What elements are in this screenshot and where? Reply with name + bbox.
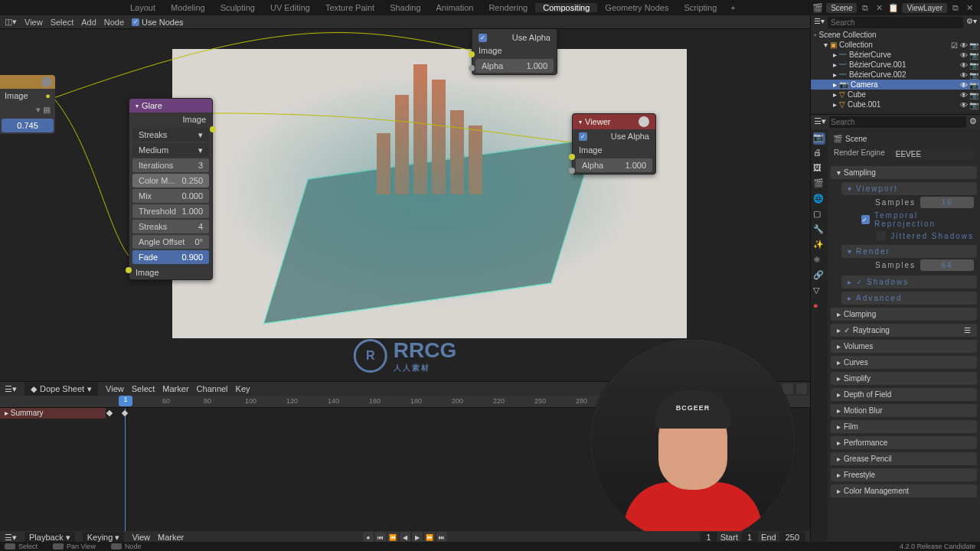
viewlayer-del-icon[interactable]: ✕ <box>964 3 975 13</box>
props-search[interactable] <box>829 116 966 128</box>
render-engine[interactable]: EEVEE <box>890 148 974 160</box>
outliner-item-camera[interactable]: ▸📷Camera👁📷 <box>811 80 980 90</box>
editor-icon[interactable]: ☰▾ <box>814 17 825 28</box>
current-frame[interactable]: 1 <box>701 532 717 543</box>
tab-object-icon[interactable]: ▢ <box>813 209 825 221</box>
outliner-item[interactable]: ▸〰BézierCurve.002👁📷 <box>811 70 980 80</box>
next-key-icon[interactable]: ⏩ <box>424 532 435 543</box>
viewport-samples[interactable]: 16 <box>920 197 974 208</box>
tab-scene-icon[interactable]: 🎬 <box>813 178 825 191</box>
outliner[interactable]: ☰▾⚙▾ ▫Scene Collection ▾▣Collection☑👁📷 ▸… <box>811 15 980 115</box>
panel-film[interactable]: ▸Film <box>831 420 977 433</box>
collapse-icon[interactable]: ▾ <box>579 119 582 126</box>
keyframe[interactable] <box>106 410 113 416</box>
dope-key[interactable]: Key <box>236 384 250 393</box>
playhead[interactable]: 1 <box>119 396 132 406</box>
glare-iterations[interactable]: Iterations3 <box>132 158 209 172</box>
fragment-value[interactable]: 0.745 <box>2 119 54 132</box>
dope-select[interactable]: Select <box>132 384 155 393</box>
tab-material-icon[interactable]: ● <box>813 301 825 313</box>
list-icon[interactable]: ☰ <box>964 326 971 334</box>
panel-greasepencil[interactable]: ▸Grease Pencil <box>831 452 977 465</box>
tab-constraint-icon[interactable]: 🔗 <box>813 270 825 282</box>
options-icon[interactable]: ⚙ <box>969 116 977 128</box>
panel-dof[interactable]: ▸Depth of Field <box>831 388 977 401</box>
tab-layout[interactable]: Layout <box>122 3 163 12</box>
tab-data-icon[interactable]: ▽ <box>813 285 825 298</box>
tab-render-icon[interactable]: 📷 <box>813 132 825 145</box>
temporal-check[interactable]: ✓ <box>861 215 870 224</box>
play-rev-icon[interactable]: ◀ <box>400 532 410 543</box>
menu-add[interactable]: Add <box>81 18 96 27</box>
glare-type[interactable]: Streaks▾ <box>132 128 209 142</box>
frame-start[interactable]: 1 <box>741 532 758 543</box>
panel-performance[interactable]: ▸Performance <box>831 436 977 449</box>
outliner-item[interactable]: ▸〰BézierCurve.001👁📷 <box>811 60 980 70</box>
tab-shading[interactable]: Shading <box>382 3 428 12</box>
tab-output-icon[interactable]: 🖨 <box>813 148 825 160</box>
tl-view[interactable]: View <box>132 533 150 542</box>
panel-viewport[interactable]: ▾Viewport <box>841 182 977 195</box>
jitter-check[interactable] <box>877 231 886 240</box>
tab-animation[interactable]: Animation <box>429 3 482 12</box>
checkmark-icon[interactable]: ✓ <box>579 132 587 141</box>
viewlayer-new-icon[interactable]: ⧉ <box>950 3 961 13</box>
tab-world-icon[interactable]: 🌐 <box>813 194 825 206</box>
tab-particles-icon[interactable]: ✨ <box>813 240 825 252</box>
dope-marker[interactable]: Marker <box>162 384 188 393</box>
tab-viewlayer-icon[interactable]: 🖼 <box>813 163 825 175</box>
outliner-item[interactable]: ▸▽Cube.001👁📷 <box>811 99 980 109</box>
editor-icon[interactable]: ☰▾ <box>5 533 17 543</box>
tab-uv[interactable]: UV Editing <box>263 3 318 12</box>
dope-view[interactable]: View <box>106 384 124 393</box>
scene-new-icon[interactable]: ⧉ <box>860 3 871 13</box>
node-fragment[interactable]: Image● ▾ ▦ 0.745 <box>0 75 55 134</box>
checkmark-icon[interactable]: ✓ <box>479 34 487 42</box>
outliner-search[interactable] <box>828 17 963 28</box>
panel-shadows[interactable]: ▸✓Shadows <box>841 276 977 289</box>
panel-freestyle[interactable]: ▸Freestyle <box>831 468 977 481</box>
tab-physics-icon[interactable]: ⚛ <box>813 255 825 267</box>
menu-view[interactable]: View <box>24 18 43 27</box>
compositor-area[interactable]: R RRCG人人素材 Image● ▾ ▦ 0.745 ▾Glare Image… <box>0 29 810 381</box>
tab-modeling[interactable]: Modeling <box>163 3 213 12</box>
viewlayer-field[interactable]: ViewLayer <box>902 3 947 13</box>
outliner-item[interactable]: ▸〰BézierCurve👁📷 <box>811 50 980 60</box>
panel-sampling[interactable]: ▾Sampling <box>831 166 977 179</box>
filter-icon[interactable]: ⚙▾ <box>966 17 977 28</box>
editor-type-icon[interactable]: ◫▾ <box>5 17 17 27</box>
play-icon[interactable]: ▶ <box>412 532 423 543</box>
tab-compositing[interactable]: Compositing <box>535 3 597 12</box>
panel-colormgmt[interactable]: ▸Color Management <box>831 484 977 497</box>
node-composite[interactable]: ✓Use Alpha Image Alpha1.000 <box>472 29 557 75</box>
render-samples[interactable]: 64 <box>920 259 974 271</box>
tab-sculpting[interactable]: Sculpting <box>213 3 263 12</box>
editor-icon[interactable]: ☰▾ <box>5 384 17 394</box>
panel-simplify[interactable]: ▸Simplify <box>831 372 977 385</box>
jump-start-icon[interactable]: ⏮ <box>375 532 386 543</box>
summary-channel[interactable]: ▸ Summary <box>0 408 106 419</box>
menu-node[interactable]: Node <box>104 18 124 27</box>
glare-mix[interactable]: Mix0.000 <box>132 189 209 203</box>
jump-end-icon[interactable]: ⏭ <box>436 532 447 543</box>
tl-marker[interactable]: Marker <box>158 533 184 542</box>
panel-curves[interactable]: ▸Curves <box>831 356 977 369</box>
panel-advanced[interactable]: ▸Advanced <box>841 292 977 305</box>
tab-modifier-icon[interactable]: 🔧 <box>813 224 825 236</box>
outliner-item[interactable]: ▸▽Cube👁📷 <box>811 90 980 99</box>
use-nodes-toggle[interactable]: ✓Use Nodes <box>132 18 183 27</box>
tab-rendering[interactable]: Rendering <box>481 3 535 12</box>
panel-raytracing[interactable]: ▸✓Raytracing☰ <box>831 324 977 337</box>
collapse-icon[interactable]: ▾ <box>136 103 139 109</box>
chev-icon[interactable] <box>796 383 807 394</box>
glare-streaks[interactable]: Streaks4 <box>132 220 209 233</box>
glare-colormod[interactable]: Color M...0.250 <box>132 174 209 187</box>
glare-fade[interactable]: Fade0.900 <box>132 250 209 264</box>
panel-clamping[interactable]: ▸Clamping <box>831 308 977 321</box>
scene-del-icon[interactable]: ✕ <box>874 3 885 13</box>
props-editor-icon[interactable]: ☰▾ <box>814 116 826 128</box>
glare-quality[interactable]: Medium▾ <box>132 143 209 157</box>
frame-end[interactable]: 250 <box>779 532 805 543</box>
composite-alpha[interactable]: Alpha1.000 <box>475 59 554 73</box>
keyframe[interactable] <box>122 410 128 416</box>
